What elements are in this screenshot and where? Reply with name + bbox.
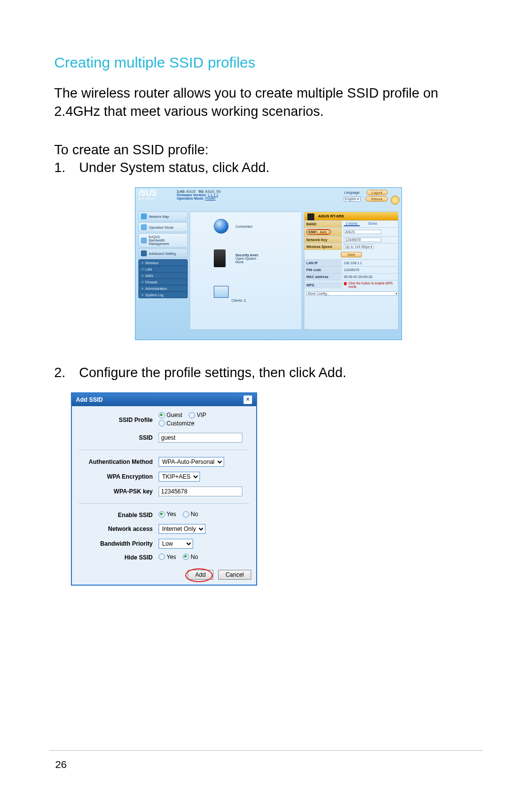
language-label: Language:	[344, 191, 361, 194]
hide-yes-radio[interactable]: Yes	[159, 554, 176, 560]
dialog-cancel-button[interactable]: Cancel	[218, 570, 251, 580]
menu-administration[interactable]: ▸Administration	[139, 285, 187, 291]
asus-logo: /SUS RT-N53	[138, 190, 172, 201]
sidebar-ezqos[interactable]: EzQoS Bandwidth Management	[138, 233, 188, 247]
add-ssid-button[interactable]: Add	[317, 230, 329, 234]
enable-label: Enable SSID	[77, 508, 157, 522]
chevron-right-icon: ▸	[142, 261, 144, 265]
wireless-speed-select[interactable]: Up to 144 Mbps ▾	[344, 244, 374, 249]
advanced-submenu: ▸Wireless ▸LAN ▸WAN ▸Firewall ▸Administr…	[138, 259, 188, 298]
close-button[interactable]: ×	[243, 395, 252, 404]
enable-no-radio[interactable]: No	[183, 511, 198, 518]
wpa-psk-input[interactable]	[159, 487, 242, 496]
profile-guest-radio[interactable]: Guest	[159, 412, 182, 418]
band-5ghz-tab[interactable]: 5GHz	[368, 222, 377, 225]
menu-wireless[interactable]: ▸Wireless	[139, 260, 187, 266]
network-map-canvas: Connected Security level:Open System Non…	[190, 211, 302, 330]
router-node[interactable]	[214, 249, 226, 267]
wps-note: Click the button to enable WPS mode.	[344, 281, 396, 288]
logout-button[interactable]: Logout	[366, 190, 388, 195]
advanced-icon	[141, 250, 147, 256]
menu-lan[interactable]: ▸LAN	[139, 266, 187, 272]
chevron-right-icon: ▸	[142, 293, 144, 297]
auth-label: Authentication Method	[77, 454, 157, 469]
wpa-encryption-select[interactable]: TKIP+AES	[159, 472, 200, 482]
enc-label: WPA Encryption	[77, 469, 157, 484]
auth-method-select[interactable]: WPA-Auto-Personal	[159, 457, 224, 467]
chevron-right-icon: ▸	[142, 286, 144, 290]
sidebar-network-map[interactable]: Network Map	[138, 211, 188, 221]
network-key-input[interactable]: 12345670	[344, 238, 381, 242]
ezqos-icon	[141, 238, 147, 244]
save-button[interactable]: Save	[341, 252, 362, 257]
mac-value: 00:90:4C:04:09:28	[342, 274, 398, 279]
operation-mode-icon	[141, 224, 147, 230]
clients-node[interactable]	[214, 286, 229, 298]
step-2: 2. Configure the profile settings, then …	[54, 365, 483, 381]
enable-yes-radio[interactable]: Yes	[159, 511, 176, 518]
intro-paragraph: The wireless router allows you to create…	[54, 84, 483, 120]
ssid-input[interactable]	[159, 433, 242, 443]
hide-label: Hide SSID	[77, 551, 157, 564]
clients-count: Clients: 1	[232, 299, 246, 302]
clients-icon	[214, 286, 229, 298]
ssid-value-input[interactable]: ASUS	[344, 230, 381, 234]
mac-label: MAC address	[304, 274, 342, 280]
ssid-label: SSID Add	[304, 228, 342, 236]
chevron-right-icon: ▸	[142, 280, 144, 284]
step-1: 1. Under System status, click Add.	[54, 160, 483, 175]
router-admin-screenshot: /SUS RT-N53 2.4G: ASUS 5G: ASUS_5G Firmw…	[135, 187, 402, 340]
dialog-add-button[interactable]: Add	[188, 570, 213, 580]
dialog-title: Add SSID	[76, 396, 103, 403]
psk-label: WPA-PSK key	[77, 484, 157, 499]
bandwidth-priority-select[interactable]: Low	[159, 539, 193, 549]
section-title: Creating multiple SSID profiles	[54, 54, 483, 71]
access-label: Network access	[77, 522, 157, 536]
status-title: ASUS RT-N53	[304, 212, 398, 220]
system-status-panel: ASUS RT-N53 BAND 2.4GHz5GHz SSID Add ASU…	[304, 211, 399, 330]
profile-vip-radio[interactable]: VIP	[189, 412, 206, 418]
menu-system-log[interactable]: ▸System Log	[139, 291, 187, 298]
internet-node[interactable]	[214, 219, 229, 234]
hide-no-radio[interactable]: No	[183, 554, 198, 560]
menu-wan[interactable]: ▸WAN	[139, 272, 187, 279]
network-map-icon	[141, 213, 147, 219]
page-number: 26	[55, 759, 66, 770]
pin-value: 12345670	[342, 267, 398, 273]
globe-icon	[214, 219, 229, 234]
language-select[interactable]: English ▾	[344, 197, 361, 202]
header-info: 2.4G: ASUS 5G: ASUS_5G Firmware Version:…	[177, 190, 339, 200]
chevron-right-icon: ▸	[142, 267, 144, 271]
bw-label: Bandwidth Priority	[77, 536, 157, 551]
add-ssid-dialog: Add SSID × SSID Profile Guest VIP Custom…	[71, 392, 257, 586]
connection-status: Connected	[235, 225, 252, 228]
router-icon	[214, 249, 226, 267]
band-24ghz-tab[interactable]: 2.4GHz	[344, 222, 360, 226]
sidebar: Network Map Operation Mode EzQoS Bandwid…	[138, 211, 188, 330]
profile-label: SSID Profile	[77, 409, 157, 430]
band-label: BAND	[304, 221, 342, 227]
chevron-right-icon: ▸	[142, 274, 144, 278]
pin-label: PIN code	[304, 267, 342, 273]
lead-in: To create an SSID profile:	[54, 142, 483, 158]
lanip-value: 192.168.1.1	[342, 260, 398, 266]
security-level: Security level:Open System None	[235, 253, 275, 264]
reboot-button[interactable]: Reboot	[366, 196, 388, 202]
sidebar-advanced[interactable]: Advanced Setting	[138, 248, 188, 258]
lanip-label: LAN IP	[304, 260, 342, 266]
wspeed-label: Wireless Speed	[304, 244, 342, 250]
netkey-label: Network Key	[304, 237, 342, 243]
wps-label: WPS	[304, 282, 342, 288]
footer-rule	[49, 750, 483, 751]
menu-firewall[interactable]: ▸Firewall	[139, 279, 187, 285]
ssid-field-label: SSID	[77, 430, 157, 445]
more-config-select[interactable]: More Config...▾	[306, 291, 399, 296]
sidebar-operation-mode[interactable]: Operation Mode	[138, 222, 188, 232]
profile-customize-radio[interactable]: Customize	[159, 420, 195, 427]
network-access-select[interactable]: Internet Only	[159, 524, 205, 534]
